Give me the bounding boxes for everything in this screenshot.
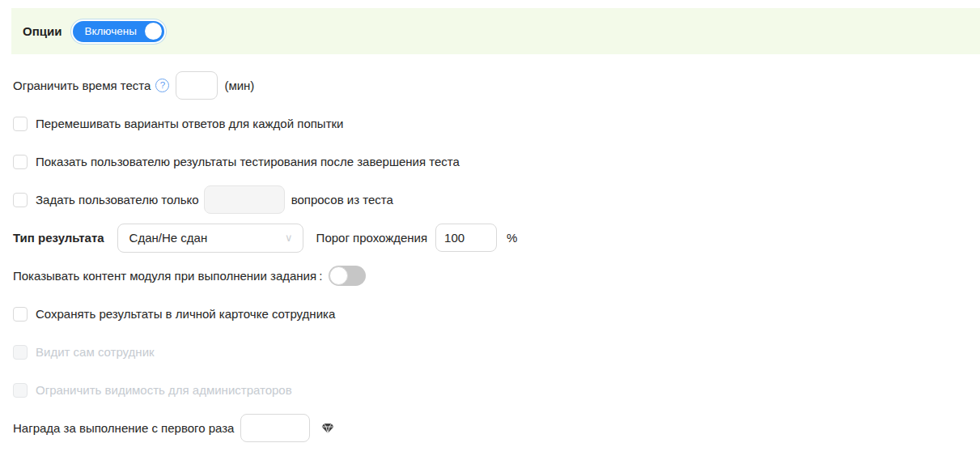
save-results-row: Сохранять результаты в личной карточке с… [13, 295, 980, 333]
limit-questions-input[interactable] [204, 185, 285, 214]
result-type-selected-value: Сдан/Не сдан [129, 231, 208, 245]
options-label: Опции [23, 24, 62, 38]
question-circle-icon[interactable]: ? [155, 79, 169, 92]
reward-label: Награда за выполнение с первого раза [13, 421, 234, 435]
result-type-select[interactable]: Сдан/Не сдан ∨ [117, 224, 303, 253]
show-results-label: Показать пользователю результаты тестиро… [36, 155, 460, 168]
save-results-label: Сохранять результаты в личной карточке с… [36, 307, 335, 321]
threshold-suffix: % [507, 231, 517, 245]
limit-questions-row: Задать пользователю только вопросов из т… [13, 181, 980, 219]
employee-sees-checkbox [13, 345, 28, 360]
show-content-toggle[interactable] [329, 266, 366, 286]
show-results-checkbox[interactable] [13, 155, 28, 169]
result-type-label: Тип результата [13, 231, 104, 245]
threshold-label: Порог прохождения [316, 231, 428, 245]
restrict-admins-label: Ограничить видимость для администраторов [36, 383, 292, 397]
gem-icon [321, 423, 334, 434]
show-results-row: Показать пользователю результаты тестиро… [13, 143, 980, 181]
employee-sees-label: Видит сам сотрудник [36, 345, 155, 359]
limit-questions-label-before: Задать пользователю только [36, 193, 199, 207]
options-form: Ограничить время теста ? (мин) Перемешив… [0, 66, 980, 447]
time-limit-row: Ограничить время теста ? (мин) [13, 66, 980, 104]
shuffle-answers-label: Перемешивать варианты ответов для каждой… [36, 117, 343, 130]
show-content-colon: : [319, 269, 322, 283]
time-limit-label: Ограничить время теста [13, 79, 151, 92]
reward-row: Награда за выполнение с первого раза [13, 409, 980, 447]
restrict-admins-checkbox [13, 383, 28, 398]
time-limit-suffix: (мин) [224, 79, 254, 92]
shuffle-answers-checkbox[interactable] [13, 117, 28, 131]
reward-input[interactable] [240, 414, 310, 442]
chevron-down-icon: ∨ [285, 232, 293, 243]
limit-questions-label-after: вопросов из теста [291, 193, 393, 207]
toggle-knob [329, 266, 348, 285]
result-type-row: Тип результата Сдан/Не сдан ∨ Порог прох… [13, 219, 980, 257]
restrict-admins-row: Ограничить видимость для администраторов [13, 371, 980, 409]
show-content-label: Показывать контент модуля при выполнении… [13, 269, 316, 283]
limit-questions-checkbox[interactable] [13, 193, 28, 207]
test-options-panel: Опции Включены Ограничить время теста ? … [0, 8, 980, 447]
options-toggle[interactable]: Включены [71, 19, 165, 44]
options-toggle-label: Включены [84, 26, 136, 37]
show-content-row: Показывать контент модуля при выполнении… [13, 257, 980, 295]
threshold-input[interactable] [435, 224, 497, 252]
toggle-knob [145, 23, 162, 40]
employee-sees-row: Видит сам сотрудник [13, 333, 980, 371]
save-results-checkbox[interactable] [13, 307, 28, 322]
options-banner: Опции Включены [11, 8, 980, 54]
time-limit-input[interactable] [176, 71, 218, 100]
shuffle-answers-row: Перемешивать варианты ответов для каждой… [13, 104, 980, 143]
